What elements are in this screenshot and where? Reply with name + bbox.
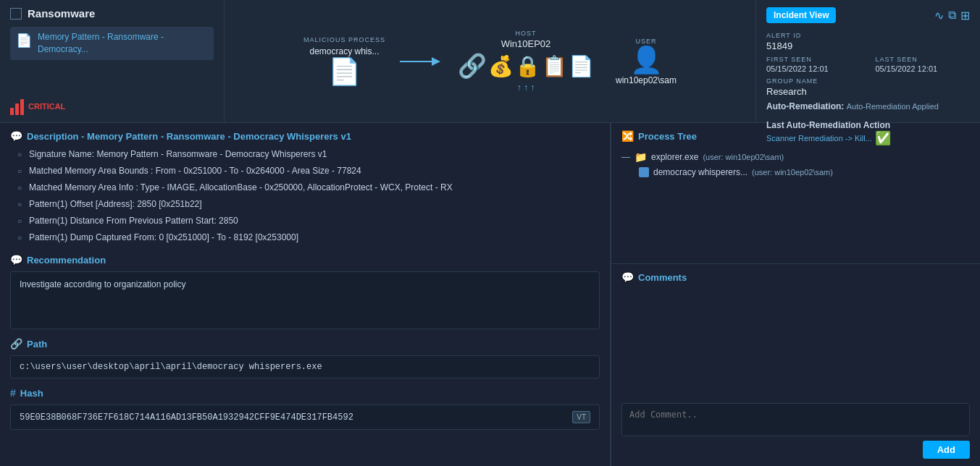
auto-remediation-section: Auto-Remediation: Auto-Remediation Appli… [766,101,970,111]
top-right-panel: Incident View ∿ ⧉ ⊞ ALERT ID 51849 FIRST… [755,0,980,122]
bar-chart-icon [10,98,24,115]
group-name-label: GROUP NAME [766,77,970,85]
first-seen-col: FIRST SEEN 05/15/2022 12:01 [766,56,861,73]
visualization-panel: MALICIOUS PROCESS democracy whis... 📄 H [225,0,755,122]
right-panel: 🔀 Process Tree — 📁 explorer.exe (user: w… [611,123,980,466]
user-name: win10ep02\sam [616,75,677,85]
alert-meta-row: ALERT ID 51849 [766,32,970,51]
description-list: Signature Name: Memory Pattern - Ransomw… [10,148,600,244]
hash-section: # Hash 59E0E38B068F736E7F618C714A116AD13… [10,387,600,430]
app-icon-1 [639,167,649,177]
tree-item-explorer: — 📁 explorer.exe (user: win10ep02\sam) [621,149,970,165]
comments-icon: 💬 [621,271,634,283]
host-name: Win10EP02 [458,38,594,49]
auto-rem-value: Auto-Remediation Applied [847,102,939,111]
alert-id-value: 51849 [766,41,970,51]
last-seen-value: 05/15/2022 12:01 [876,64,971,73]
process-tree-section: 🔀 Process Tree — 📁 explorer.exe (user: w… [611,123,980,264]
add-comment-button[interactable]: Add [923,441,970,459]
comment-input[interactable] [621,403,970,436]
first-seen-label: FIRST SEEN [766,56,861,63]
hash-value: 59E0E38B068F736E7F618C714A116AD13FB50A19… [20,412,572,423]
desc-item-1: Matched Memory Area Bounds : From - 0x25… [17,164,600,177]
user-section: USER 👤 win10ep02\sam [616,38,677,85]
file-icon: 📋 [542,54,567,78]
recommendation-title: Recommendation [27,255,106,266]
recommendation-text-box: Investigate according to organization po… [10,271,600,329]
recommendation-icon: 💬 [10,254,22,266]
hash-icon: # [10,387,16,399]
host-section: HOST Win10EP02 🔗 💰 🔒 📋 📄 ↑ ↑ ↑ [458,30,594,93]
top-right-header: Incident View ∿ ⧉ ⊞ [766,7,970,23]
bag-icon: 💰 [488,54,514,78]
path-title: Path [27,339,47,350]
lock-icon: 🔒 [515,54,540,78]
seen-meta-row: FIRST SEEN 05/15/2022 12:01 LAST SEEN 05… [766,56,970,73]
first-seen-value: 05/15/2022 12:01 [766,64,861,73]
user-avatar-icon: 👤 [630,45,663,75]
process-user-0: (user: win10ep02\sam) [703,153,784,161]
process-tree-icon: 🔀 [621,130,634,142]
checkbox-icon[interactable] [10,8,22,20]
host-icons: 🔗 💰 🔒 📋 📄 [458,52,594,80]
group-name-value: Research [766,86,970,97]
tree-item-democracy: democracy whisperers... (user: win10ep02… [639,165,970,179]
desc-item-0: Signature Name: Memory Pattern - Ransomw… [17,148,600,161]
process-arrow [400,51,443,72]
malicious-doc-icon: 📄 [303,56,385,87]
vt-badge[interactable]: VT [572,411,590,423]
main-content: 💬 Description - Memory Pattern - Ransomw… [0,123,980,466]
comment-actions: Add [621,441,970,459]
last-seen-label: LAST SEEN [876,56,971,63]
alert-id-col: ALERT ID 51849 [766,32,970,51]
arrows-up: ↑ ↑ ↑ [458,82,594,93]
recommendation-header: 💬 Recommendation [10,254,600,266]
file2-icon: 📄 [569,54,594,78]
hash-header: # Hash [10,387,600,399]
recommendation-section: 💬 Recommendation Investigate according t… [10,254,600,329]
description-title: Description - Memory Pattern - Ransomwar… [27,131,351,142]
user-label: USER [616,38,677,45]
desc-item-4: Pattern(1) Distance From Previous Patter… [17,214,600,227]
process-tree-title: Process Tree [638,131,697,142]
desc-item-3: Pattern(1) Offset [Address]: 2850 [0x251… [17,198,600,211]
waveform-icon[interactable]: ∿ [934,9,944,22]
left-panel: 💬 Description - Memory Pattern - Ransomw… [0,123,611,466]
document-icon: 📄 [16,33,32,48]
comments-section: 💬 Comments Add [611,264,980,466]
ransomware-title: Ransomware [10,7,214,20]
desc-item-2: Matched Memory Area Info : Type - IMAGE,… [17,181,600,194]
comments-title: Comments [638,272,687,283]
ransomware-label: Ransomware [28,7,95,20]
window-icon[interactable]: ⧉ [948,9,956,22]
host-label: HOST [458,30,594,37]
alert-item-text: Memory Pattern - Ransomware - Democracy.… [38,31,208,56]
grid-icon[interactable]: ⊞ [960,9,970,22]
comments-header: 💬 Comments [621,271,970,283]
process-name-0: explorer.exe [651,152,698,162]
chain-icon: 🔗 [458,52,487,80]
group-meta-row: GROUP NAME Research [766,77,970,97]
process-tree-header: 🔀 Process Tree [621,130,970,142]
critical-label: CRITICAL [28,102,65,111]
icon-toolbar: ∿ ⧉ ⊞ [934,9,970,22]
comment-input-area: Add [621,290,970,459]
vis-container: MALICIOUS PROCESS democracy whis... 📄 H [303,30,677,93]
path-icon: 🔗 [10,338,22,350]
hash-title: Hash [20,388,43,399]
malicious-process-label: MALICIOUS PROCESS [303,36,385,43]
alert-item[interactable]: 📄 Memory Pattern - Ransomware - Democrac… [10,27,214,60]
hash-row: 59E0E38B068F736E7F618C714A116AD13FB50A19… [10,404,600,430]
last-seen-col: LAST SEEN 05/15/2022 12:01 [876,56,971,73]
recommendation-text: Investigate according to organization po… [20,279,185,289]
top-bar: Ransomware 📄 Memory Pattern - Ransomware… [0,0,980,123]
group-col: GROUP NAME Research [766,77,970,97]
incident-view-button[interactable]: Incident View [766,7,836,23]
description-header: 💬 Description - Memory Pattern - Ransomw… [10,130,600,142]
folder-icon-0: 📁 [635,151,647,163]
path-value: c:\users\user\desktop\april\april\democr… [20,362,322,372]
alert-id-label: ALERT ID [766,32,970,39]
path-section: 🔗 Path c:\users\user\desktop\april\april… [10,338,600,378]
desc-item-5: Pattern(1) Dump Captured From: 0 [0x2510… [17,231,600,244]
critical-section: CRITICAL [10,98,214,115]
